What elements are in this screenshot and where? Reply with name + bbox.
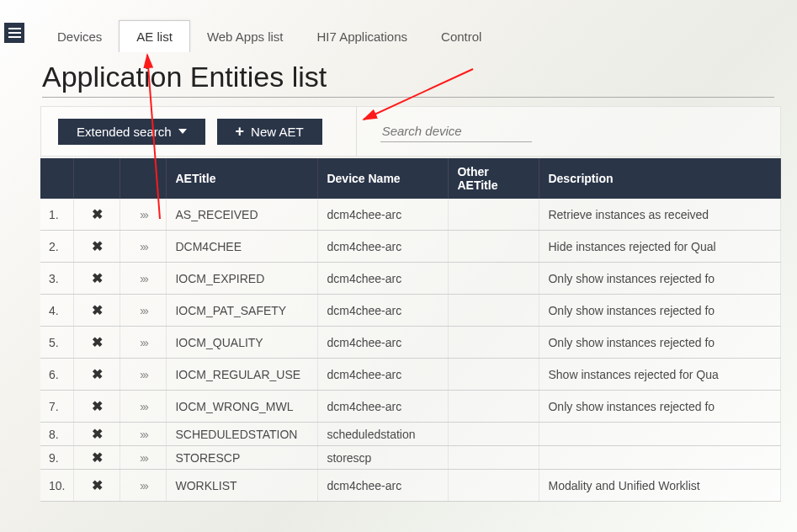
delete-icon[interactable]: ✖ [92, 399, 103, 413]
page-title: Application Entities list [42, 61, 774, 98]
cell-description [539, 423, 781, 446]
cell-device: dcm4chee-arc [318, 327, 449, 359]
cell-aetitle: IOCM_WRONG_MWL [167, 391, 318, 423]
echo-icon[interactable]: ››› [140, 427, 147, 441]
cell-aetitle: IOCM_EXPIRED [167, 263, 318, 295]
cell-other [449, 359, 539, 391]
echo-icon[interactable]: ››› [140, 271, 147, 285]
delete-icon[interactable]: ✖ [92, 303, 103, 317]
new-aet-button[interactable]: + New AET [217, 119, 322, 145]
cell-other [449, 446, 539, 470]
cell-aetitle: STORESCP [167, 446, 318, 470]
row-index: 9. [40, 446, 74, 470]
table-row: 3.✖›››IOCM_EXPIREDdcm4chee-arcOnly show … [40, 263, 781, 295]
tab-devices[interactable]: Devices [40, 21, 119, 52]
table-row: 8.✖›››SCHEDULEDSTATIONscheduledstation [40, 423, 781, 446]
table-row: 9.✖›››STORESCPstorescp [40, 446, 781, 470]
table-row: 6.✖›››IOCM_REGULAR_USEdcm4chee-arcShow i… [40, 359, 781, 391]
echo-icon[interactable]: ››› [140, 367, 147, 381]
echo-icon[interactable]: ››› [140, 450, 147, 465]
delete-icon[interactable]: ✖ [92, 450, 103, 465]
cell-description: Modality and Unified Worklist [539, 470, 781, 502]
cell-aetitle: DCM4CHEE [167, 231, 318, 263]
new-aet-label: New AET [251, 125, 304, 139]
cell-other [449, 295, 539, 327]
cell-aetitle: IOCM_QUALITY [167, 327, 318, 359]
row-index: 2. [40, 231, 74, 263]
menu-toggle[interactable] [4, 23, 24, 43]
nav-tabs: DevicesAE listWeb Apps listHI7 Applicati… [40, 20, 498, 52]
ae-table: AETitle Device Name Other AETitle Descri… [40, 158, 781, 502]
delete-icon[interactable]: ✖ [92, 271, 103, 285]
row-index: 10. [40, 470, 74, 502]
cell-device: dcm4chee-arc [318, 470, 449, 502]
cell-device: scheduledstation [318, 423, 449, 446]
delete-icon[interactable]: ✖ [92, 478, 103, 492]
cell-device: dcm4chee-arc [318, 231, 449, 263]
table-row: 7.✖›››IOCM_WRONG_MWLdcm4chee-arcOnly sho… [40, 391, 781, 423]
col-description: Description [539, 158, 781, 199]
col-aetitle: AETitle [167, 158, 318, 199]
delete-icon[interactable]: ✖ [92, 239, 103, 253]
echo-icon[interactable]: ››› [140, 478, 147, 492]
delete-icon[interactable]: ✖ [92, 335, 103, 349]
cell-other [449, 263, 539, 295]
cell-description: Retrieve instances as received [539, 199, 781, 231]
caret-down-icon [178, 129, 187, 134]
row-index: 4. [40, 295, 74, 327]
echo-icon[interactable]: ››› [140, 399, 147, 413]
search-area [356, 107, 659, 156]
col-other-ae: Other AETitle [449, 158, 539, 199]
cell-description: Hide instances rejected for Qual [539, 231, 781, 263]
cell-aetitle: WORKLIST [167, 470, 318, 502]
col-device-name: Device Name [318, 158, 449, 199]
cell-aetitle: IOCM_REGULAR_USE [167, 359, 318, 391]
cell-description: Only show instances rejected fo [539, 327, 781, 359]
table-row: 1.✖›››AS_RECEIVEDdcm4chee-arcRetrieve in… [40, 199, 781, 231]
row-index: 3. [40, 263, 74, 295]
cell-description: Only show instances rejected fo [539, 391, 781, 423]
cell-aetitle: IOCM_PAT_SAFETY [167, 295, 318, 327]
delete-icon[interactable]: ✖ [92, 427, 103, 441]
delete-icon[interactable]: ✖ [92, 207, 103, 221]
cell-other [449, 423, 539, 446]
row-index: 1. [40, 199, 74, 231]
cell-device: dcm4chee-arc [318, 199, 449, 231]
cell-aetitle: AS_RECEIVED [167, 199, 318, 231]
row-index: 6. [40, 359, 74, 391]
tab-control[interactable]: Control [424, 21, 498, 52]
cell-device: dcm4chee-arc [318, 359, 449, 391]
extended-search-button[interactable]: Extended search [58, 119, 205, 145]
echo-icon[interactable]: ››› [140, 303, 147, 317]
cell-other [449, 327, 539, 359]
cell-description [539, 446, 781, 470]
row-index: 5. [40, 327, 74, 359]
tab-ae-list[interactable]: AE list [119, 20, 190, 52]
cell-device: dcm4chee-arc [318, 295, 449, 327]
echo-icon[interactable]: ››› [140, 335, 147, 349]
cell-description: Only show instances rejected fo [539, 263, 781, 295]
table-header-row: AETitle Device Name Other AETitle Descri… [40, 158, 781, 199]
cell-device: storescp [318, 446, 449, 470]
tab-hi7-applications[interactable]: HI7 Applications [300, 21, 424, 52]
echo-icon[interactable]: ››› [140, 239, 147, 253]
delete-icon[interactable]: ✖ [92, 367, 103, 381]
cell-device: dcm4chee-arc [318, 263, 449, 295]
cell-description: Only show instances rejected fo [539, 295, 781, 327]
cell-description: Show instances rejected for Qua [539, 359, 781, 391]
table-row: 10.✖›››WORKLISTdcm4chee-arcModality and … [40, 470, 781, 502]
echo-icon[interactable]: ››› [140, 207, 147, 221]
row-index: 8. [40, 423, 74, 446]
extended-search-label: Extended search [77, 125, 172, 139]
cell-other [449, 391, 539, 423]
cell-other [449, 470, 539, 502]
table-row: 5.✖›››IOCM_QUALITYdcm4chee-arcOnly show … [40, 327, 781, 359]
table-row: 2.✖›››DCM4CHEEdcm4chee-arcHide instances… [40, 231, 781, 263]
tab-web-apps-list[interactable]: Web Apps list [190, 21, 300, 52]
cell-other [449, 231, 539, 263]
cell-device: dcm4chee-arc [318, 391, 449, 423]
cell-other [449, 199, 539, 231]
search-input[interactable] [380, 120, 532, 142]
toolbar: Extended search + New AET [40, 106, 781, 157]
row-index: 7. [40, 391, 74, 423]
